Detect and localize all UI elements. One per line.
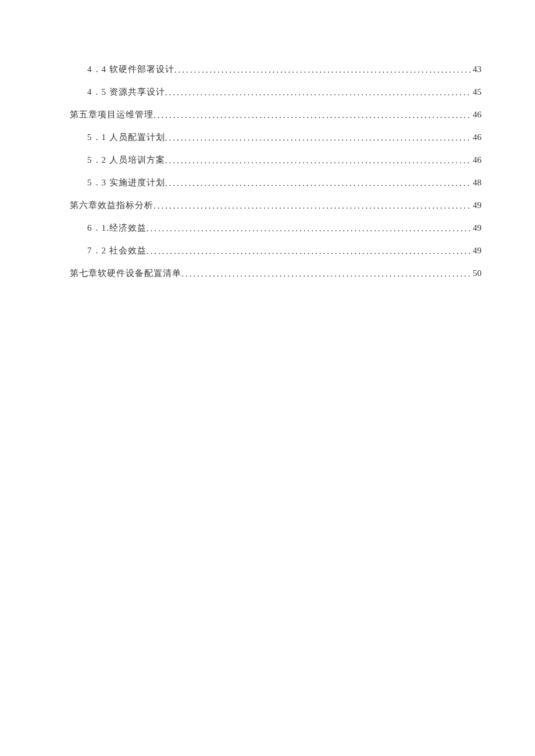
toc-page-number: 50 bbox=[472, 268, 482, 278]
toc-leader-dots bbox=[147, 224, 472, 234]
toc-page-number: 45 bbox=[472, 87, 482, 97]
toc-page-number: 49 bbox=[472, 223, 482, 233]
toc-label: 第六章效益指标分析 bbox=[70, 200, 154, 211]
toc-entry: 5．2 人员培训方案 46 bbox=[70, 155, 482, 166]
toc-leader-dots bbox=[154, 201, 472, 211]
toc-entry: 第六章效益指标分析 49 bbox=[70, 200, 482, 211]
toc-entry: 4．5 资源共享设计 45 bbox=[70, 87, 482, 98]
toc-label: 5．2 人员培训方案 bbox=[87, 155, 165, 166]
toc-leader-dots bbox=[147, 246, 472, 256]
toc-entry: 5．1 人员配置计划 46 bbox=[70, 132, 482, 143]
toc-page-number: 48 bbox=[472, 178, 482, 188]
toc-label: 7．2 社会效益 bbox=[87, 245, 147, 256]
toc-entry: 6．1.经济效益 49 bbox=[70, 223, 482, 234]
toc-leader-dots bbox=[165, 178, 472, 188]
toc-entry: 第七章软硬件设备配置清单 50 bbox=[70, 268, 482, 279]
toc-leader-dots bbox=[165, 156, 472, 166]
toc-leader-dots bbox=[165, 88, 472, 98]
toc-entry: 第五章项目运维管理 46 bbox=[70, 109, 482, 120]
toc-label: 4．5 资源共享设计 bbox=[87, 87, 165, 98]
toc-label: 第五章项目运维管理 bbox=[70, 109, 154, 120]
toc-page-number: 46 bbox=[472, 110, 482, 120]
toc-page-number: 43 bbox=[472, 65, 482, 74]
toc-label: 4．4 软硬件部署设计 bbox=[87, 64, 174, 75]
toc-entry: 4．4 软硬件部署设计 43 bbox=[70, 64, 482, 75]
toc-label: 第七章软硬件设备配置清单 bbox=[70, 268, 181, 279]
toc-container: 4．4 软硬件部署设计 43 4．5 资源共享设计 45 第五章项目运维管理 4… bbox=[0, 64, 535, 279]
toc-page-number: 49 bbox=[472, 246, 482, 256]
toc-page-number: 46 bbox=[472, 155, 482, 165]
toc-leader-dots bbox=[154, 110, 472, 120]
toc-label: 5．3 实施进度计划 bbox=[87, 177, 165, 188]
toc-leader-dots bbox=[174, 65, 472, 75]
toc-page-number: 49 bbox=[472, 200, 482, 210]
toc-entry: 5．3 实施进度计划 48 bbox=[70, 177, 482, 188]
toc-leader-dots bbox=[181, 269, 472, 279]
toc-leader-dots bbox=[165, 133, 472, 143]
toc-page-number: 46 bbox=[472, 132, 482, 142]
toc-label: 6．1.经济效益 bbox=[87, 223, 147, 234]
toc-entry: 7．2 社会效益 49 bbox=[70, 245, 482, 256]
toc-label: 5．1 人员配置计划 bbox=[87, 132, 165, 143]
